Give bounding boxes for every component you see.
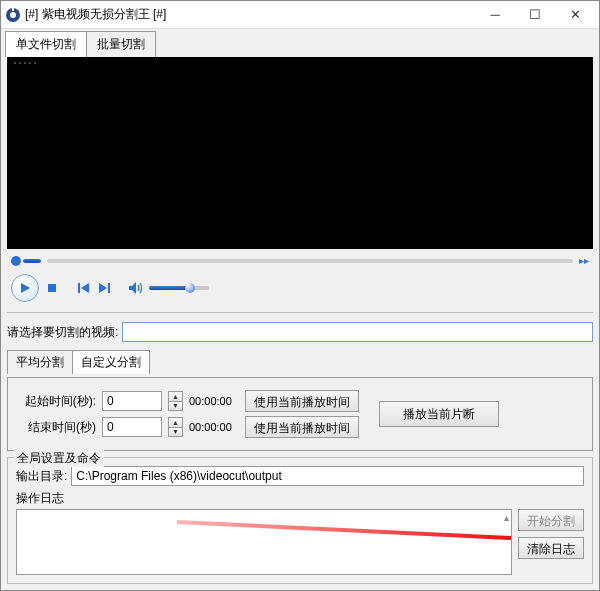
tab-single-file[interactable]: 单文件切割 — [5, 31, 87, 57]
tab-batch[interactable]: 批量切割 — [86, 31, 156, 57]
tab-custom-split[interactable]: 自定义分割 — [72, 350, 150, 374]
global-settings: 全局设置及命令 输出目录: 操作日志 ▴ 开始分割 — [7, 457, 593, 584]
svg-marker-6 — [81, 283, 89, 293]
custom-split-panel: 起始时间(秒): ▲▼ 00:00:00 使用当前播放时间 结束时间(秒) ▲▼… — [7, 377, 593, 451]
svg-marker-3 — [21, 283, 30, 293]
stop-button[interactable] — [45, 281, 59, 295]
use-playtime-start-button[interactable]: 使用当前播放时间 — [245, 390, 359, 412]
minimize-button[interactable]: ─ — [475, 2, 515, 28]
clear-log-button[interactable]: 清除日志 — [518, 537, 584, 559]
prev-button[interactable] — [77, 281, 91, 295]
video-select-label: 请选择要切割的视频: — [7, 324, 118, 341]
window-title: [#] 紫电视频无损分割王 [#] — [25, 6, 475, 23]
annotation-arrow — [172, 515, 512, 565]
start-time-input[interactable] — [102, 391, 162, 411]
scroll-up-icon[interactable]: ▴ — [504, 512, 509, 523]
svg-rect-5 — [78, 283, 80, 293]
volume-icon[interactable] — [129, 281, 143, 295]
app-window: [#] 紫电视频无损分割王 [#] ─ ☐ ✕ 单文件切割 批量切割 ▸▸ — [0, 0, 600, 591]
svg-marker-9 — [129, 282, 136, 294]
play-button[interactable] — [11, 274, 39, 302]
global-legend: 全局设置及命令 — [14, 450, 104, 467]
use-playtime-end-button[interactable]: 使用当前播放时间 — [245, 416, 359, 438]
outdir-label: 输出目录: — [16, 468, 67, 485]
log-label: 操作日志 — [16, 490, 584, 507]
end-timecode: 00:00:00 — [189, 421, 239, 433]
next-button[interactable] — [97, 281, 111, 295]
start-timecode: 00:00:00 — [189, 395, 239, 407]
volume-slider[interactable] — [149, 286, 209, 290]
app-icon — [5, 7, 21, 23]
start-time-spinner[interactable]: ▲▼ — [168, 391, 183, 411]
end-time-input[interactable] — [102, 417, 162, 437]
svg-rect-8 — [108, 283, 110, 293]
video-preview[interactable] — [7, 57, 593, 249]
seek-bar[interactable]: ▸▸ — [7, 253, 593, 268]
start-time-label: 起始时间(秒): — [18, 393, 96, 410]
content-panel: ▸▸ 请选择要切割的视频: — [1, 57, 599, 590]
end-time-label: 结束时间(秒) — [18, 419, 96, 436]
start-split-button[interactable]: 开始分割 — [518, 509, 584, 531]
video-path-input[interactable] — [122, 322, 593, 342]
svg-rect-4 — [48, 284, 56, 292]
media-controls — [7, 272, 593, 308]
log-output[interactable]: ▴ — [16, 509, 512, 575]
close-button[interactable]: ✕ — [555, 2, 595, 28]
svg-rect-2 — [12, 8, 14, 11]
end-time-spinner[interactable]: ▲▼ — [168, 417, 183, 437]
svg-marker-7 — [99, 283, 107, 293]
tab-average-split[interactable]: 平均分割 — [7, 350, 73, 374]
main-tabs: 单文件切割 批量切割 — [1, 29, 599, 57]
titlebar: [#] 紫电视频无损分割王 [#] ─ ☐ ✕ — [1, 1, 599, 29]
svg-point-1 — [10, 12, 16, 18]
maximize-button[interactable]: ☐ — [515, 2, 555, 28]
play-segment-button[interactable]: 播放当前片断 — [379, 401, 499, 427]
outdir-input[interactable] — [71, 466, 584, 486]
video-select-row: 请选择要切割的视频: — [7, 322, 593, 342]
split-mode-tabs: 平均分割 自定义分割 — [7, 350, 593, 374]
